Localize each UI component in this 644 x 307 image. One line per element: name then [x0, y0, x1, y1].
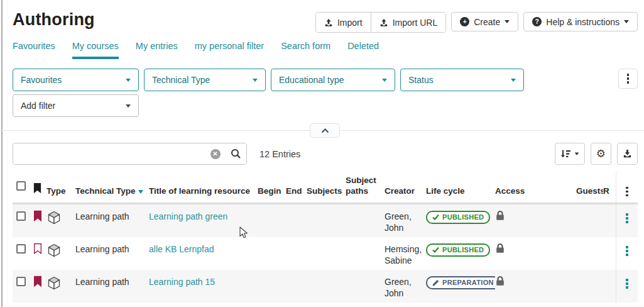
search-input[interactable]: [13, 143, 205, 164]
check-icon: [432, 214, 439, 220]
tab-favourites[interactable]: Favourites: [13, 41, 55, 59]
column-header-results-truncated[interactable]: R: [603, 186, 616, 203]
tab-my-entries[interactable]: My entries: [136, 41, 178, 59]
import-button[interactable]: Import: [316, 13, 371, 32]
chevron-down-icon: [505, 20, 510, 23]
select-all-checkbox[interactable]: [16, 181, 26, 191]
page-title: Authoring: [13, 10, 95, 30]
create-button[interactable]: + Create: [451, 12, 518, 31]
filter-status-label: Status: [408, 75, 434, 85]
technical-type-cell: Learning path: [75, 237, 149, 255]
creator-cell: Hemsing, Sabine: [385, 237, 426, 266]
column-header-life-cycle[interactable]: Life cycle: [426, 186, 495, 203]
add-filter-select[interactable]: Add filter: [13, 94, 139, 117]
search-box: ✕: [13, 143, 247, 165]
chevron-up-icon: [321, 128, 329, 133]
row-actions-kebab-icon[interactable]: [626, 279, 628, 289]
download-button[interactable]: [617, 143, 638, 165]
row-actions-cell: [616, 204, 638, 237]
resource-title-link[interactable]: Learning path green: [149, 211, 227, 221]
chevron-down-icon: [382, 79, 387, 82]
creator-line1: Hemsing,: [385, 243, 426, 255]
chevron-down-icon: [624, 20, 629, 23]
row-actions-kebab-icon[interactable]: [626, 213, 628, 223]
clear-search-button[interactable]: ✕: [205, 143, 226, 164]
tab-my-personal-filter[interactable]: my personal filter: [195, 41, 264, 59]
import-url-button[interactable]: Import URL: [371, 13, 446, 32]
row-checkbox[interactable]: [16, 244, 26, 254]
lock-icon: [495, 243, 505, 254]
column-header-title[interactable]: Title of learning resource: [149, 186, 258, 203]
pencil-icon: [432, 279, 439, 286]
bookmark-icon: [33, 182, 42, 194]
tab-search-form[interactable]: Search form: [281, 41, 330, 59]
row-checkbox[interactable]: [16, 211, 26, 221]
filter-more-options-button[interactable]: [618, 69, 638, 89]
resource-title-link[interactable]: alle KB Lernpfad: [149, 244, 214, 254]
creator-cell: Green, John: [385, 204, 426, 233]
resource-title-link[interactable]: Learning path 15: [149, 277, 215, 287]
plus-circle-icon: +: [460, 17, 469, 26]
filter-favourites-select[interactable]: Favourites: [13, 69, 139, 91]
tab-deleted[interactable]: Deleted: [347, 41, 379, 59]
column-header-begin[interactable]: Begin: [258, 186, 286, 203]
add-filter-row: Add filter: [0, 91, 644, 117]
column-options-kebab-icon[interactable]: [626, 187, 628, 197]
lock-icon: [495, 276, 505, 286]
column-header-subject-paths[interactable]: Subject paths: [346, 176, 385, 203]
row-checkbox[interactable]: [16, 277, 26, 286]
bookmark-icon[interactable]: [33, 210, 43, 222]
creator-cell: Green, John: [385, 270, 426, 299]
bookmark-column-header[interactable]: [33, 182, 46, 203]
table-tools: ⚙: [555, 143, 638, 165]
results-table: Type Technical Type Title of learning re…: [13, 170, 638, 303]
gear-icon: ⚙: [596, 148, 606, 159]
bookmark-icon[interactable]: [33, 276, 43, 287]
technical-type-cell: Learning path: [75, 270, 149, 287]
help-button-label: Help & instructions: [546, 17, 619, 27]
learning-path-cube-icon: [46, 276, 62, 291]
lifecycle-badge: PREPARATION: [426, 276, 495, 289]
help-instructions-button[interactable]: ? Help & instructions: [523, 12, 638, 31]
column-header-creator[interactable]: Creator: [385, 186, 426, 203]
column-header-subjects[interactable]: Subjects: [307, 186, 346, 203]
chevron-down-icon: [574, 152, 579, 155]
column-header-technical-type[interactable]: Technical Type: [75, 186, 149, 203]
chevron-down-icon: [511, 79, 516, 82]
settings-button[interactable]: ⚙: [591, 143, 611, 165]
creator-line2: John: [385, 222, 426, 233]
top-bar: Authoring Import Import URL + Create ? H…: [0, 0, 644, 33]
create-button-label: Create: [474, 17, 500, 27]
filter-favourites-label: Favourites: [21, 75, 62, 85]
learning-path-cube-icon: [46, 243, 62, 258]
table-row: Learning path Learning path 15 Green, Jo…: [13, 270, 638, 303]
row-actions-cell: [616, 237, 638, 270]
creator-line2: John: [385, 287, 426, 299]
lifecycle-badge: PUBLISHED: [426, 243, 490, 257]
column-header-access[interactable]: Access: [495, 186, 576, 203]
column-header-type[interactable]: Type: [46, 186, 75, 203]
collapse-filters-button[interactable]: [310, 123, 340, 138]
tab-my-courses[interactable]: My courses: [72, 41, 119, 59]
filter-educational-type-select[interactable]: Educational type: [271, 69, 395, 91]
learning-path-cube-icon: [46, 210, 62, 225]
row-actions-kebab-icon[interactable]: [626, 246, 628, 256]
chevron-down-icon: [126, 79, 131, 82]
bookmark-icon[interactable]: [33, 243, 43, 255]
creator-line1: Green,: [385, 276, 426, 287]
window-border: [1, 0, 3, 307]
filter-status-select[interactable]: Status: [400, 69, 524, 91]
search-button[interactable]: [226, 143, 246, 164]
filter-technical-type-select[interactable]: Technical Type: [144, 69, 266, 91]
upload-icon: [324, 18, 333, 27]
column-header-end[interactable]: End: [286, 186, 307, 203]
lifecycle-badge-label: PREPARATION: [442, 278, 494, 287]
clear-icon: ✕: [210, 149, 221, 159]
table-header-row: Type Technical Type Title of learning re…: [13, 170, 638, 204]
column-header-guests[interactable]: Guests: [576, 186, 603, 203]
import-button-label: Import: [337, 18, 363, 28]
sort-button[interactable]: [555, 143, 585, 165]
lock-icon: [495, 210, 505, 221]
filter-row: Favourites Technical Type Educational ty…: [0, 59, 644, 91]
lifecycle-badge-label: PUBLISHED: [442, 213, 484, 221]
